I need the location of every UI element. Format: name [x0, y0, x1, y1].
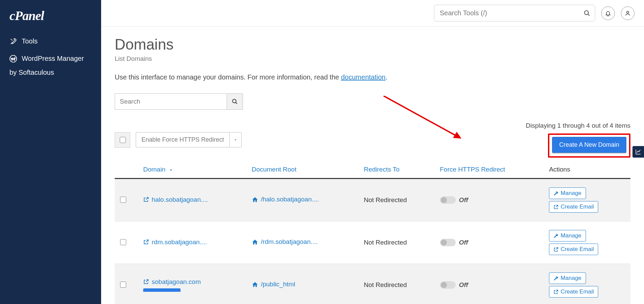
content: Domains List Domains Use this interface … [101, 26, 644, 304]
bulk-right: Displaying 1 through 4 out of 4 items Cr… [526, 122, 630, 158]
row-checkbox[interactable] [120, 282, 126, 288]
intro-pre: Use this interface to manage your domain… [115, 73, 341, 81]
table-row: sobatjagoan.com /public_htmlNot Redirect… [115, 264, 630, 304]
user-icon [625, 10, 631, 16]
col-label: Domain [143, 166, 165, 173]
intro-text: Use this interface to manage your domain… [115, 73, 630, 81]
domain-link[interactable]: rdm.sobatjagoan.... [143, 238, 207, 246]
page-title: Domains [115, 36, 630, 53]
col-docroot[interactable]: Document Root [248, 161, 360, 179]
tools-icon [10, 38, 17, 45]
sidebar-item-label: Tools [22, 37, 38, 45]
domain-search-button[interactable] [227, 93, 243, 110]
row-checkbox[interactable] [120, 239, 126, 245]
sidebar-subline: by Softaculous [0, 67, 101, 81]
domain-link[interactable]: halo.sobatjagoan.... [143, 196, 208, 203]
notifications-button[interactable] [601, 6, 615, 20]
sidebar: cPanel Tools WordPress Manager by Softac… [0, 0, 101, 304]
col-redirects[interactable]: Redirects To [360, 161, 436, 179]
domain-search-row [115, 93, 630, 110]
create-email-button[interactable]: Create Email [549, 286, 598, 298]
bulk-button-group: Enable Force HTTPS Redirect [136, 132, 242, 147]
row-checkbox[interactable] [120, 197, 126, 203]
https-toggle[interactable] [440, 239, 456, 246]
enable-https-button[interactable]: Enable Force HTTPS Redirect [136, 132, 229, 147]
table-row: rdm.sobatjagoan.... /rdm.sobatjagoan....… [115, 221, 630, 264]
redirects-cell: Not Redirected [360, 179, 436, 221]
search-tools-wrapper [434, 5, 595, 21]
manage-button[interactable]: Manage [549, 272, 586, 284]
table-row: halo.sobatjagoan.... /halo.sobatjagoan..… [115, 179, 630, 221]
main-domain-badge [143, 288, 181, 292]
redirects-cell: Not Redirected [360, 264, 436, 304]
sort-asc-icon [169, 167, 173, 172]
domains-table: Domain Document Root Redirects To Force … [115, 161, 630, 304]
bulk-left: Enable Force HTTPS Redirect [115, 132, 242, 148]
search-icon [232, 99, 238, 105]
svg-point-3 [232, 99, 236, 103]
domain-link[interactable]: sobatjagoan.com [143, 278, 201, 286]
sidebar-item-label: WordPress Manager [22, 55, 84, 62]
sidebar-item-wordpress[interactable]: WordPress Manager [0, 50, 101, 67]
bulk-actions-row: Enable Force HTTPS Redirect Displaying 1… [115, 122, 630, 158]
topbar [101, 0, 644, 26]
manage-button[interactable]: Manage [549, 230, 586, 242]
redirects-cell: Not Redirected [360, 221, 436, 264]
svg-marker-5 [453, 132, 461, 139]
bulk-dropdown-button[interactable] [229, 132, 242, 147]
docroot-link[interactable]: /halo.sobatjagoan.... [252, 196, 319, 203]
create-domain-button[interactable]: Create A New Domain [552, 137, 626, 153]
col-https[interactable]: Force HTTPS Redirect [436, 161, 545, 179]
pagination-summary: Displaying 1 through 4 out of 4 items [526, 122, 630, 129]
brand-logo: cPanel [0, 8, 101, 33]
intro-post: . [385, 73, 387, 81]
toggle-label: Off [459, 281, 468, 288]
domain-search-input[interactable] [115, 93, 227, 110]
toggle-label: Off [459, 196, 468, 203]
manage-button[interactable]: Manage [549, 187, 586, 199]
docroot-link[interactable]: /rdm.sobatjagoan.... [252, 238, 318, 246]
https-toggle[interactable] [440, 281, 456, 289]
create-button-highlight: Create A New Domain [548, 133, 630, 158]
https-toggle[interactable] [440, 196, 456, 204]
user-button[interactable] [621, 6, 634, 20]
stats-side-tab[interactable] [632, 146, 644, 158]
page-subtitle: List Domains [115, 55, 630, 62]
create-email-button[interactable]: Create Email [549, 244, 598, 255]
svg-point-1 [585, 11, 589, 15]
docroot-link[interactable]: /public_html [252, 281, 295, 288]
toggle-label: Off [459, 239, 468, 246]
sidebar-item-tools[interactable]: Tools [0, 33, 101, 50]
create-email-button[interactable]: Create Email [549, 201, 598, 213]
select-all-wrapper [115, 132, 130, 148]
svg-point-2 [627, 11, 629, 13]
caret-down-icon [233, 138, 238, 142]
search-tools-input[interactable] [434, 5, 595, 21]
wordpress-icon [10, 55, 17, 62]
documentation-link[interactable]: documentation [341, 73, 385, 81]
col-actions: Actions [545, 161, 630, 179]
select-all-checkbox[interactable] [120, 137, 126, 143]
chart-icon [635, 149, 641, 155]
bell-icon [605, 10, 611, 16]
main: Domains List Domains Use this interface … [101, 0, 644, 304]
search-icon [584, 10, 590, 17]
col-domain[interactable]: Domain [139, 161, 248, 179]
